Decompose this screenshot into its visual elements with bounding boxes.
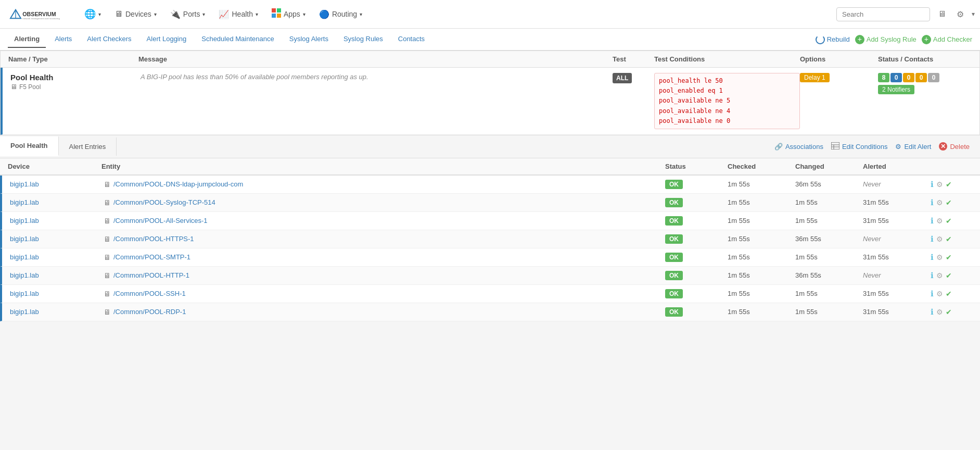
entity-link[interactable]: /Common/POOL-All-Services-1 — [113, 217, 208, 224]
info-icon[interactable]: ℹ — [931, 198, 934, 207]
rebuild-button[interactable]: Rebuild — [816, 35, 850, 44]
device-link[interactable]: bigip1.lab — [10, 308, 39, 316]
device-link[interactable]: bigip1.lab — [10, 253, 39, 261]
device-cell: bigip1.lab — [10, 198, 104, 206]
status-cell: OK — [665, 290, 728, 297]
entity-link[interactable]: /Common/POOL-DNS-ldap-jumpcloud-com — [113, 180, 243, 188]
entity-cell: 🖥 /Common/POOL-All-Services-1 — [104, 217, 665, 225]
alert-message-cell: A BIG-IP pool has less than 50% of avail… — [141, 73, 613, 81]
logo[interactable]: OBSERVIUM network management and monitor… — [5, 4, 68, 24]
entity-link[interactable]: /Common/POOL-Syslog-TCP-514 — [113, 198, 215, 206]
device-link[interactable]: bigip1.lab — [10, 180, 39, 188]
check-icon[interactable]: ✔ — [946, 235, 952, 243]
subnav-syslog-rules[interactable]: Syslog Rules — [337, 31, 389, 48]
nav-devices[interactable]: 🖥 Devices ▾ — [108, 5, 163, 23]
entity-link[interactable]: /Common/POOL-RDP-1 — [113, 308, 186, 316]
associations-button[interactable]: 🔗 Associations — [774, 143, 823, 151]
info-icon[interactable]: ℹ — [931, 216, 934, 226]
subnav-alert-checkers[interactable]: Alert Checkers — [81, 31, 137, 48]
entity-icon: 🖥 — [104, 308, 111, 316]
subnav-alerting[interactable]: Alerting — [8, 31, 46, 48]
device-link[interactable]: bigip1.lab — [10, 198, 39, 206]
info-icon[interactable]: ℹ — [931, 271, 934, 280]
edit-conditions-button[interactable]: Edit Conditions — [831, 142, 887, 151]
alerted-cell: Never — [863, 235, 931, 243]
tab-alert-entries[interactable]: Alert Entries — [59, 138, 117, 156]
edit-conditions-label: Edit Conditions — [842, 143, 887, 151]
status-cell: OK — [665, 235, 728, 243]
action-gear-icon[interactable]: ⚙ — [936, 235, 943, 243]
device-link[interactable]: bigip1.lab — [10, 271, 39, 279]
ok-badge: OK — [665, 198, 683, 207]
entries-col-alerted: Alerted — [863, 162, 931, 170]
monitor-icon[interactable]: 🖥 — [935, 7, 949, 21]
action-gear-icon[interactable]: ⚙ — [936, 198, 943, 207]
action-gear-icon[interactable]: ⚙ — [936, 308, 943, 316]
col-options: Options — [800, 55, 878, 63]
entity-link[interactable]: /Common/POOL-HTTP-1 — [113, 271, 189, 279]
entity-cell: 🖥 /Common/POOL-Syslog-TCP-514 — [104, 198, 665, 207]
tab-pool-health[interactable]: Pool Health — [0, 136, 59, 156]
subnav-alerts[interactable]: Alerts — [48, 31, 78, 48]
nav-routing[interactable]: 🔵 Routing ▾ — [313, 5, 368, 23]
table-icon — [831, 142, 839, 151]
health-icon: 📈 — [219, 9, 229, 19]
device-link[interactable]: bigip1.lab — [10, 290, 39, 297]
action-gear-icon[interactable]: ⚙ — [936, 271, 943, 280]
entity-link[interactable]: /Common/POOL-SSH-1 — [113, 290, 186, 297]
info-icon[interactable]: ℹ — [931, 234, 934, 244]
changed-cell: 1m 55s — [795, 253, 863, 261]
add-syslog-rule-button[interactable]: + Add Syslog Rule — [855, 35, 917, 44]
check-icon[interactable]: ✔ — [946, 308, 952, 316]
action-gear-icon[interactable]: ⚙ — [936, 253, 943, 261]
check-icon[interactable]: ✔ — [946, 198, 952, 207]
action-icons: ℹ ⚙ ✔ — [931, 216, 972, 226]
subnav-scheduled-maintenance[interactable]: Scheduled Maintenance — [195, 31, 281, 48]
nav-world[interactable]: 🌐 ▾ — [78, 4, 107, 24]
entity-cell: 🖥 /Common/POOL-SSH-1 — [104, 290, 665, 298]
search-input[interactable] — [836, 7, 930, 21]
svg-rect-4 — [272, 8, 276, 12]
nav-ports[interactable]: 🔌 Ports ▾ — [164, 5, 212, 23]
settings-chevron[interactable]: ▾ — [972, 10, 975, 18]
subnav-alert-logging[interactable]: Alert Logging — [141, 31, 193, 48]
settings-icon[interactable]: ⚙ — [954, 7, 966, 22]
device-cell: bigip1.lab — [10, 180, 104, 188]
info-icon[interactable]: ℹ — [931, 289, 934, 298]
alert-name[interactable]: Pool Health — [10, 73, 141, 82]
alert-table-header: Name / Type Message Test Test Conditions… — [1, 51, 979, 68]
action-gear-icon[interactable]: ⚙ — [936, 217, 943, 225]
checked-cell: 1m 55s — [728, 271, 795, 279]
entity-link[interactable]: /Common/POOL-SMTP-1 — [113, 253, 190, 261]
table-row: bigip1.lab 🖥 /Common/POOL-SMTP-1 OK 1m 5… — [0, 248, 980, 267]
check-icon[interactable]: ✔ — [946, 180, 952, 189]
entity-icon: 🖥 — [104, 180, 111, 189]
check-icon[interactable]: ✔ — [946, 253, 952, 261]
subnav-contacts[interactable]: Contacts — [392, 31, 431, 48]
nav-health[interactable]: 📈 Health ▾ — [212, 5, 264, 23]
info-icon[interactable]: ℹ — [931, 180, 934, 189]
add-checker-icon: + — [922, 35, 931, 44]
action-icons: ℹ ⚙ ✔ — [931, 253, 972, 262]
edit-alert-button[interactable]: ⚙ Edit Alert — [895, 143, 931, 151]
device-link[interactable]: bigip1.lab — [10, 217, 39, 224]
action-gear-icon[interactable]: ⚙ — [936, 180, 943, 189]
info-icon[interactable]: ℹ — [931, 307, 934, 317]
action-gear-icon[interactable]: ⚙ — [936, 290, 943, 298]
alert-conditions-cell: pool_health le 50 pool_enabled eq 1 pool… — [654, 73, 800, 129]
condition-3: pool_available ne 5 — [659, 96, 795, 106]
subnav-syslog-alerts[interactable]: Syslog Alerts — [283, 31, 335, 48]
info-icon[interactable]: ℹ — [931, 253, 934, 262]
device-link[interactable]: bigip1.lab — [10, 235, 39, 243]
check-icon[interactable]: ✔ — [946, 271, 952, 280]
delete-button[interactable]: ✕ Delete — [939, 142, 970, 151]
entity-icon: 🖥 — [104, 217, 111, 225]
check-icon[interactable]: ✔ — [946, 290, 952, 298]
changed-cell: 1m 55s — [795, 198, 863, 206]
entity-link[interactable]: /Common/POOL-HTTPS-1 — [113, 235, 194, 243]
entries-col-entity: Entity — [101, 162, 665, 170]
add-checker-button[interactable]: + Add Checker — [922, 35, 972, 44]
nav-apps[interactable]: Apps ▾ — [265, 4, 312, 24]
entries-table: Device Entity Status Checked Changed Ale… — [0, 158, 980, 321]
check-icon[interactable]: ✔ — [946, 217, 952, 225]
